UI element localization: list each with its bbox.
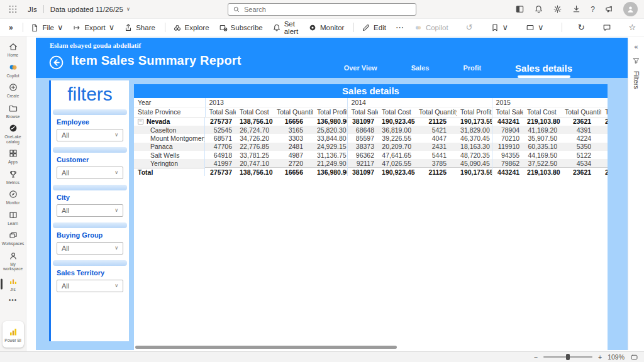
table-cell: 443241 [492,117,523,126]
tab-profit[interactable]: Profit [463,64,481,78]
create-icon [8,82,18,92]
filter-dropdown-sales-territory[interactable]: All∨ [57,280,123,292]
filter-dropdown-employee[interactable]: All∨ [57,129,123,141]
filters-pane-collapsed: « Filters [628,38,644,350]
sidebar-item-copilot[interactable]: Copilot [0,60,26,81]
horizontal-scrollbar[interactable] [135,346,397,349]
chevron-down-icon: ∨ [114,283,118,288]
zoom-level[interactable]: 109% [608,353,625,361]
app-launcher-icon[interactable] [8,4,18,14]
toolbar-divider [562,23,562,32]
side-panel-icon[interactable] [515,4,525,14]
data-updated-menu[interactable]: Data updated 11/26/25 ∨ [50,6,130,13]
explore-button[interactable]: Explore [173,23,209,32]
sidebar-item-jis[interactable]: JIs [0,274,26,295]
zoom-out-button[interactable]: − [534,353,538,361]
copilot-button[interactable]: Copilot [414,23,448,32]
sidebar-item-learn[interactable]: Learn [0,208,26,229]
table-cell: 219,103.80 [523,168,561,176]
filter-label-employee: Employee [51,117,129,126]
tab-sales-details[interactable]: Sales details [515,63,572,78]
comment-button[interactable] [602,23,611,32]
sidebar-item-my-workspace[interactable]: My workspace [0,249,26,274]
filter-dropdown-customer[interactable]: All∨ [57,167,123,179]
star-button[interactable]: ☆ [629,23,636,32]
table-cell: 2431 [415,143,457,151]
tab-over-view[interactable]: Over View [344,64,377,78]
tab-label: Profit [463,64,481,72]
filter-funnel-icon[interactable] [632,57,640,65]
table-cell: 47706 [205,143,236,151]
row-header-caselton: Caselton [134,126,205,134]
expand-pane-icon[interactable]: « [634,43,638,50]
tab-sales[interactable]: Sales [411,64,430,78]
notifications-bell-icon[interactable] [534,4,543,14]
bookmark-button[interactable]: ∨ [491,23,509,32]
filter-dropdown-city[interactable]: All∨ [57,204,123,217]
export-button[interactable]: Export∨ [72,23,114,32]
filters-groups: EmployeeAll∨CustomerAll∨CityAll∨Buying G… [51,109,129,292]
subscribe-button[interactable]: Subscribe [219,23,263,32]
sidebar-item-label: JIs [10,287,15,292]
table-cell: 44,169.50 [523,151,561,159]
sidebar-item-onelake-catalog[interactable]: OneLake catalog [0,121,26,146]
sidebar-item-apps[interactable]: Apps [0,146,26,167]
sidebar-item-monitor[interactable]: Monitor [0,187,26,208]
reset-button[interactable]: ↺ [466,23,473,32]
table-cell: 31,829.00 [457,126,492,134]
table-row-caselton[interactable]: Caselton5254526,724.70316525,820.3068648… [134,126,608,134]
set-alert-button[interactable]: Set alert [272,20,299,35]
download-icon[interactable] [572,4,581,14]
double-chevron-right-icon: » [9,23,13,32]
filter-dropdown-buying-group[interactable]: All∨ [57,242,123,255]
double-chevron-right-button[interactable]: » [9,23,13,32]
zoom-in-button[interactable]: + [598,353,602,361]
collapse-toggle-icon[interactable]: − [138,119,143,124]
zoom-slider-handle[interactable] [566,354,570,360]
feedback-icon[interactable] [604,4,614,14]
more-ellipsis-button[interactable]: ⋯ [396,23,404,32]
edit-button[interactable]: Edit [362,23,386,32]
column-header: Total Profit [457,107,492,117]
settings-gear-icon[interactable] [553,4,562,14]
view-button[interactable]: ∨ [526,23,544,32]
table-cell: 5441 [415,151,457,159]
nav-more-button[interactable]: ••• [9,297,18,304]
bookmark-icon [491,23,499,32]
global-search[interactable] [228,3,416,16]
sidebar-item-workspaces[interactable]: Workspaces [0,228,26,249]
table-cell: 21125 [415,117,457,126]
search-icon [233,6,240,13]
avatar[interactable] [623,2,638,16]
table-cell: 36,819.00 [378,126,415,134]
sidebar-item-browse[interactable]: Browse [0,101,26,122]
monitor-button[interactable]: Monitor [308,23,344,32]
sidebar-item-home[interactable]: Home [0,40,26,60]
table-row-mount-montgomery[interactable]: Mount Montgomery6857134,726.20330333,844… [134,134,608,142]
share-button[interactable]: Share [124,23,155,32]
refresh-button[interactable]: ↻ [578,23,585,32]
table-row-salt-wells[interactable]: Salt Wells6491833,781.25498731,136.75963… [134,151,608,159]
app-name[interactable]: JIs [28,6,37,13]
avatar[interactable] [623,2,638,16]
table-row-total[interactable]: Total275737138,756.1016656136,980.903810… [134,168,608,176]
table-row-panaca[interactable]: Panaca4770622,776.85248124,929.153837320… [134,143,608,151]
search-input[interactable] [244,6,411,13]
report-canvas: Eslam elsayed gouda abdellatif Item Sale… [36,38,628,350]
help-icon[interactable]: ? [591,5,595,14]
toolbar-item-label: Monitor [320,24,344,31]
table-cell: 4987 [273,151,313,159]
reset-icon: ↺ [466,23,473,32]
table-cell: 190,923.45 [378,168,415,176]
fit-to-page-icon[interactable] [630,353,638,361]
table-cell: 35,907.50 [523,134,561,142]
zoom-slider[interactable] [543,356,592,358]
file-button[interactable]: File∨ [30,23,63,32]
sidebar-item-create[interactable]: Create [0,80,26,101]
table-row-yerington[interactable]: Yerington4199720,747.10272021,249.909211… [134,159,608,167]
back-button[interactable] [48,55,64,70]
toolbar-left: »File∨Export∨ShareExploreSubscribeSet al… [9,20,414,35]
chevron-down-icon: ∨ [114,208,118,213]
table-row-nevada[interactable]: −Nevada275737138,756.1016656136,980.9038… [134,117,608,126]
sidebar-item-metrics[interactable]: Metrics [0,167,26,188]
